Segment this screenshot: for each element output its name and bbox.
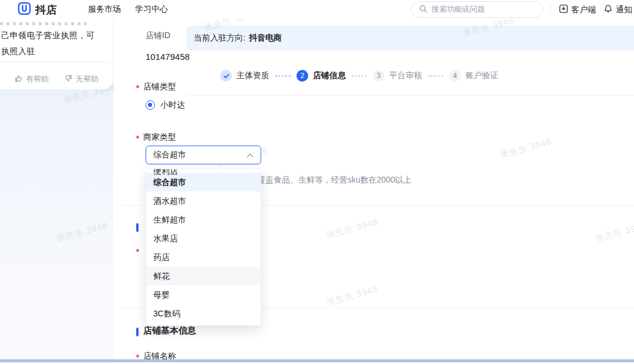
section-marker xyxy=(136,328,139,336)
helpful-label: 有帮助 xyxy=(26,74,49,85)
step-number: 2 xyxy=(296,70,308,82)
required-marker xyxy=(136,249,139,252)
step-shop-info: 2 店铺信息 xyxy=(296,70,346,82)
clipped-text-line xyxy=(0,22,87,25)
client-download-button[interactable]: 客户端 xyxy=(559,4,596,15)
option-item[interactable]: 水果店 xyxy=(146,229,261,248)
search-input[interactable]: 搜索功能或问题 xyxy=(411,1,543,18)
required-marker xyxy=(136,85,139,88)
shop-type-label: 店铺类型 xyxy=(143,82,176,92)
option-item[interactable]: 生鲜超市 xyxy=(146,210,261,229)
shop-id-value: 101479458 xyxy=(146,52,190,62)
entry-direction-banner: 当前入驻方向: 抖音电商 xyxy=(187,26,634,50)
merchant-type-value: 综合超市 xyxy=(153,150,248,160)
banner-value: 抖音电商 xyxy=(249,33,282,43)
radio-selected-icon xyxy=(146,100,155,110)
nav-service-market[interactable]: 服务市场 xyxy=(88,4,121,15)
step-number: 3 xyxy=(373,70,385,82)
watermark: 张先生 3948 xyxy=(594,220,634,245)
step-connector xyxy=(352,75,367,77)
required-marker xyxy=(136,355,139,358)
step-connector xyxy=(428,75,443,77)
step-label: 店铺信息 xyxy=(313,70,346,81)
nav-learning-center[interactable]: 学习中心 xyxy=(135,4,168,15)
divider xyxy=(187,95,634,96)
download-client-icon xyxy=(559,4,568,15)
watermark: 张先生 3948 xyxy=(325,217,379,241)
option-item[interactable]: 鲜花 xyxy=(146,267,261,285)
chevron-up-icon xyxy=(247,153,253,160)
helpful-button[interactable]: 有帮助 xyxy=(14,74,49,85)
option-item[interactable]: 酒水超市 xyxy=(146,191,261,210)
section-marker xyxy=(136,223,139,232)
step-account-verification: 4 账户验证 xyxy=(449,70,498,82)
doudian-logo-icon xyxy=(18,2,31,18)
step-connector xyxy=(275,75,291,77)
step-done-check-icon xyxy=(220,70,232,82)
section-title: 店铺基本信息 xyxy=(143,325,196,336)
step-label: 账户验证 xyxy=(466,70,498,81)
search-icon xyxy=(419,5,427,15)
top-navbar: 抖店 服务市场 学习中心 搜索功能或问题 客户端 通知 xyxy=(0,0,634,19)
not-helpful-label: 无帮助 xyxy=(76,74,99,85)
option-item[interactable]: 药店 xyxy=(146,248,261,267)
bell-icon xyxy=(603,4,613,15)
watermark: 张先生 3948 xyxy=(499,136,553,161)
onboarding-steps: 主体资质 2 店铺信息 3 平台审核 4 账户验证 xyxy=(220,70,498,82)
help-text-line1: 己申领电子营业执照，可 xyxy=(1,31,95,41)
step-platform-review: 3 平台审核 xyxy=(373,70,422,82)
thumbs-down-icon xyxy=(64,74,73,85)
step-label: 主体资质 xyxy=(237,70,269,81)
step-subject-qualification: 主体资质 xyxy=(220,70,269,82)
divider xyxy=(550,5,551,14)
help-card: 己申领电子营业执照，可 执照入驻 有帮助 无帮助 xyxy=(0,19,113,89)
client-label: 客户端 xyxy=(571,5,596,15)
shop-type-radio[interactable]: 小时达 xyxy=(146,100,185,110)
search-placeholder: 搜索功能或问题 xyxy=(431,4,485,15)
option-item[interactable]: 母婴 xyxy=(146,285,261,304)
not-helpful-button[interactable]: 无帮助 xyxy=(64,74,99,85)
shop-type-option-label: 小时达 xyxy=(160,100,185,110)
watermark: 张先生 3948 xyxy=(325,284,379,308)
notification-button[interactable]: 通知 xyxy=(603,4,632,15)
doudian-logo[interactable]: 抖店 xyxy=(18,2,58,18)
help-text-line2: 执照入驻 xyxy=(1,46,35,57)
option-item-selected[interactable]: 综合超市 xyxy=(146,173,261,191)
merchant-type-select[interactable]: 综合超市 xyxy=(146,146,261,164)
page: 当前入驻方向: 抖音电商 张先生 3948 张先生 3948 张先生 3948 … xyxy=(0,0,634,364)
logo-text: 抖店 xyxy=(35,3,58,17)
bottom-edge-bar xyxy=(0,359,634,362)
divider xyxy=(0,62,110,62)
merchant-type-dropdown: 便利店 综合超市 酒水超市 生鲜超市 水果店 药店 鲜花 母婴 3C数码 xyxy=(146,168,261,326)
step-number: 4 xyxy=(449,70,461,82)
thumbs-up-icon xyxy=(14,74,23,85)
notice-label: 通知 xyxy=(616,5,632,15)
merchant-type-label: 商家类型 xyxy=(143,132,176,143)
merchant-type-hint: 覆盖食品、生鲜等，经营sku数在2000以上 xyxy=(257,175,412,186)
step-label: 平台审核 xyxy=(389,70,422,81)
banner-prefix: 当前入驻方向: xyxy=(194,33,245,43)
required-marker xyxy=(136,136,139,139)
option-item[interactable]: 3C数码 xyxy=(146,304,261,323)
shop-id-label: 店铺ID xyxy=(146,31,170,41)
option-item[interactable]: 便利店 xyxy=(146,168,261,173)
